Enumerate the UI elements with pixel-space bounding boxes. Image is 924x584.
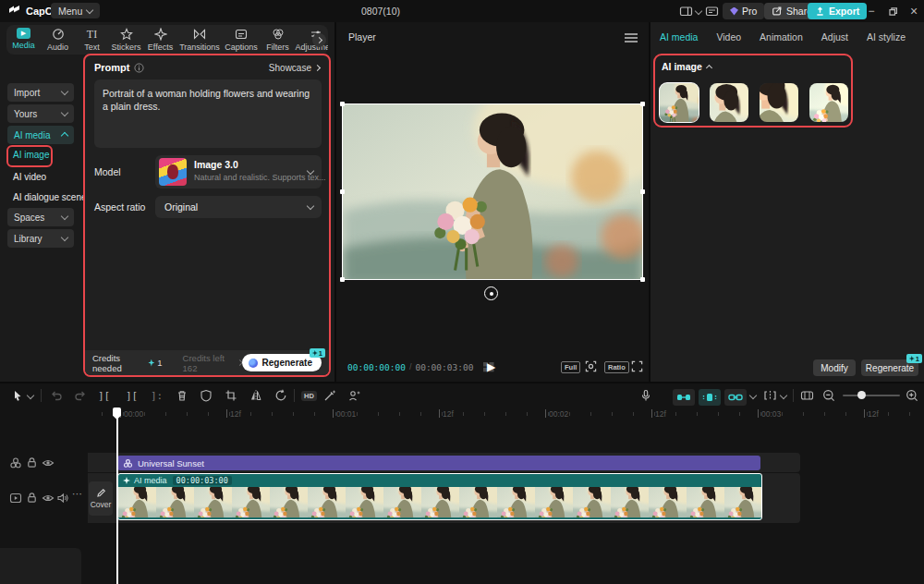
minimize-button[interactable]: − <box>861 0 881 22</box>
resize-handle[interactable] <box>640 189 645 194</box>
ai-portrait-icon[interactable] <box>347 389 361 402</box>
tab-effects[interactable]: Effects <box>143 25 177 52</box>
resize-handle[interactable] <box>340 102 345 106</box>
rotate-handle-icon[interactable] <box>484 286 498 300</box>
select-tool-chevron-icon[interactable] <box>27 392 34 399</box>
eye-icon[interactable] <box>42 456 55 469</box>
sidebar-item-yours[interactable]: Yours <box>7 104 74 123</box>
player-panel: Player 00:00:00:00 / 00:00:03:00 ▶ Full … <box>336 22 649 382</box>
aspect-ratio-select[interactable]: Original <box>155 196 322 218</box>
tab-transitions[interactable]: Transitions <box>177 25 222 52</box>
sidebar-item-spaces[interactable]: Spaces <box>7 208 74 226</box>
generated-image-thumb-4[interactable] <box>809 83 848 122</box>
filmstrip-frame <box>687 487 724 517</box>
effect-clip[interactable]: Universal Sunset <box>117 456 760 470</box>
ai-image-section-header[interactable]: AI image <box>662 61 711 72</box>
resize-handle[interactable] <box>340 189 345 194</box>
focus-icon[interactable] <box>585 360 597 372</box>
eye-icon[interactable] <box>42 492 55 505</box>
regenerate-button-right[interactable]: Regenerate 1 <box>861 359 918 376</box>
notes-icon[interactable] <box>705 5 719 18</box>
sidebar-item-ai-media[interactable]: AI media <box>7 126 74 144</box>
sidebar-item-import[interactable]: Import <box>7 83 74 102</box>
redo-icon[interactable] <box>74 389 87 402</box>
link-clips-toggle[interactable] <box>724 389 747 406</box>
showcase-link[interactable]: Showcase <box>269 63 320 73</box>
lock-icon[interactable] <box>26 492 38 504</box>
regenerate-button[interactable]: Regenerate 1 <box>242 354 322 371</box>
modify-button[interactable]: Modify <box>813 359 856 376</box>
crop-icon[interactable] <box>225 389 237 402</box>
mirror-icon[interactable] <box>249 389 262 402</box>
main-track-magnet-toggle[interactable] <box>673 389 695 406</box>
sidebar-item-ai-dialogue-scene[interactable]: AI dialogue scene <box>13 192 87 202</box>
resize-handle[interactable] <box>640 102 645 106</box>
maximize-button[interactable] <box>882 0 903 22</box>
split-icon[interactable]: ][ <box>98 390 110 402</box>
zoom-slider-handle[interactable] <box>857 391 866 399</box>
pro-button[interactable]: Pro <box>723 3 764 19</box>
layout-chevron-icon[interactable] <box>695 7 702 15</box>
tab-captions[interactable]: Captions <box>222 25 261 52</box>
full-toggle[interactable]: Full <box>561 361 580 373</box>
tab-ai-media[interactable]: AI media <box>660 31 698 43</box>
playhead-line[interactable] <box>116 408 118 584</box>
delete-left-icon[interactable]: ][ <box>126 390 138 402</box>
split-view-icon[interactable] <box>763 389 777 402</box>
generated-image-thumb-1[interactable] <box>660 83 699 122</box>
sidebar-item-library[interactable]: Library <box>7 229 74 248</box>
play-button[interactable]: ▶ <box>487 360 495 373</box>
more-options-icon[interactable]: ⋯ <box>72 488 82 500</box>
credits-left-link[interactable]: Credits left 162 <box>183 353 234 373</box>
ratio-toggle[interactable]: Ratio <box>604 361 629 373</box>
record-voiceover-icon[interactable] <box>639 389 652 402</box>
auto-snap-toggle[interactable] <box>699 389 721 406</box>
tab-animation[interactable]: Animation <box>760 31 803 43</box>
cover-button[interactable]: Cover <box>89 481 113 516</box>
tab-text[interactable]: TI Text <box>75 25 109 52</box>
resize-handle[interactable] <box>640 277 645 282</box>
media-clip[interactable]: AI media 00:00:03:00 <box>117 473 762 520</box>
hd-icon[interactable]: HD <box>301 391 317 401</box>
tab-ai-stylize[interactable]: AI stylize <box>867 31 906 43</box>
tab-adjust[interactable]: Adjust <box>821 31 848 43</box>
sidebar-item-ai-image[interactable]: AI image <box>13 150 49 160</box>
timeline-view-icon[interactable] <box>800 389 814 402</box>
replace-icon[interactable] <box>274 389 287 402</box>
timeline-ruler[interactable]: 00:0012f00:0112f00:0212f00:0312f <box>88 408 924 422</box>
generated-image-thumb-3[interactable] <box>760 83 798 122</box>
magic-wand-icon[interactable] <box>323 389 336 402</box>
zoom-slider[interactable] <box>843 395 900 396</box>
layout-icon[interactable] <box>679 5 693 18</box>
sidebar-item-ai-video[interactable]: AI video <box>13 172 46 182</box>
select-tool-icon[interactable] <box>11 389 24 402</box>
undo-icon[interactable] <box>50 389 63 402</box>
tab-media[interactable]: ▶ Media <box>6 25 41 50</box>
player-menu-icon[interactable] <box>625 33 638 35</box>
close-button[interactable]: × <box>904 0 924 22</box>
info-icon[interactable] <box>134 63 144 73</box>
tab-video[interactable]: Video <box>716 31 741 43</box>
preview-canvas[interactable] <box>343 104 642 279</box>
tab-filters[interactable]: Filters <box>261 25 295 52</box>
split-view-chevron-icon[interactable] <box>780 392 787 399</box>
mask-icon[interactable] <box>200 389 213 402</box>
generated-image-thumb-2[interactable] <box>710 83 748 122</box>
model-select[interactable]: Image 3.0 Natural and realistic. Support… <box>155 155 322 189</box>
media-clip-header: AI media 00:00:03:00 <box>118 474 761 487</box>
tab-stickers[interactable]: Stickers <box>109 25 143 52</box>
mute-icon[interactable] <box>56 492 69 505</box>
menu-button[interactable]: Menu <box>51 3 100 18</box>
tabs-scroll-right-button[interactable] <box>312 33 326 47</box>
fullscreen-icon[interactable] <box>631 360 643 372</box>
tab-audio[interactable]: Audio <box>41 25 75 52</box>
zoom-out-icon[interactable] <box>822 389 835 402</box>
delete-icon[interactable] <box>176 389 188 402</box>
toggle-chevron-icon[interactable] <box>749 392 757 399</box>
lock-icon[interactable] <box>26 456 38 468</box>
resize-handle[interactable] <box>340 277 345 282</box>
zoom-in-icon[interactable] <box>906 389 918 402</box>
delete-right-icon[interactable]: ]: <box>151 390 163 402</box>
export-button[interactable]: Export <box>808 3 867 19</box>
prompt-input[interactable]: Portrait of a woman holding flowers and … <box>94 79 322 148</box>
